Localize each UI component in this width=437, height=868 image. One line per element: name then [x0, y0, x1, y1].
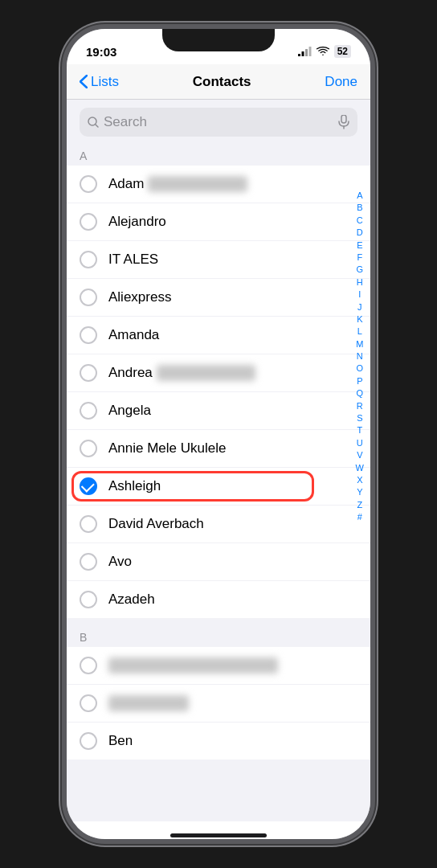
alpha-letter-R[interactable]: R [353, 400, 366, 412]
contact-name-it-ales: IT ALES [108, 252, 357, 268]
section-header-a: A [67, 145, 370, 166]
mic-icon [338, 115, 349, 129]
section-header-b: B [67, 626, 370, 647]
alpha-index[interactable]: ABCDEFGHIJKLMNOPQRSTUVWXYZ# [353, 190, 367, 524]
alpha-letter-F[interactable]: F [353, 252, 366, 264]
section-gap-b [67, 618, 370, 626]
contact-radio-azadeh[interactable] [80, 591, 97, 608]
contact-radio-annie[interactable] [80, 440, 97, 457]
alpha-letter-I[interactable]: I [355, 289, 364, 301]
contact-radio-b-blurred1[interactable] [80, 657, 97, 674]
alpha-letter-X[interactable]: X [353, 474, 366, 486]
contact-name-azadeh: Azadeh [108, 592, 357, 608]
contact-radio-angela[interactable] [80, 402, 97, 420]
alpha-letter-K[interactable]: K [353, 313, 366, 326]
home-bar [170, 833, 267, 837]
battery-indicator: 52 [334, 45, 351, 58]
blurred-name-b2: BlurredName [108, 695, 189, 711]
alpha-letter-N[interactable]: N [353, 350, 366, 362]
alpha-letter-C[interactable]: C [353, 215, 366, 227]
contact-item-amanda[interactable]: Amanda [67, 317, 370, 354]
screen-content: Search A Adam Blurredlastname [67, 100, 370, 821]
alpha-letter-U[interactable]: U [353, 437, 366, 449]
contact-item-it-ales[interactable]: IT ALES [67, 241, 370, 279]
contact-item-azadeh[interactable]: Azadeh [67, 581, 370, 618]
contact-list-b: Blurred Contact Name Long BlurredName Be… [67, 647, 370, 760]
alpha-letter-O[interactable]: O [353, 362, 367, 375]
contact-radio-adam[interactable] [80, 175, 97, 193]
contact-radio-b-blurred2[interactable] [80, 694, 97, 712]
contact-item-andrea[interactable]: Andrea Blurredlastname [67, 354, 370, 392]
contact-radio-ashleigh[interactable] [80, 477, 97, 495]
blurred-surname-adam: Blurredlastname [148, 176, 247, 192]
blurred-name-b1: Blurred Contact Name Long [108, 657, 278, 674]
back-button[interactable]: Lists [80, 74, 119, 90]
home-indicator [67, 821, 370, 844]
contact-item-b-blurred2[interactable]: BlurredName [67, 685, 370, 723]
contact-radio-it-ales[interactable] [80, 251, 97, 268]
back-chevron-icon [80, 75, 88, 88]
search-bar[interactable]: Search [80, 108, 357, 137]
contact-name-andrea: Andrea Blurredlastname [108, 365, 357, 381]
alpha-letter-G[interactable]: G [353, 264, 367, 276]
alpha-letter-L[interactable]: L [354, 326, 366, 338]
contact-radio-ben[interactable] [80, 732, 97, 750]
wifi-icon [317, 47, 329, 56]
signal-icon [298, 47, 312, 56]
contact-radio-david-averbach[interactable] [80, 515, 97, 533]
notch [162, 29, 275, 51]
contact-item-ben[interactable]: Ben [67, 723, 370, 760]
contact-name-b-blurred1: Blurred Contact Name Long [108, 657, 357, 674]
alpha-letter-S[interactable]: S [353, 412, 366, 424]
contact-name-annie: Annie Mele Ukulele [108, 440, 357, 457]
contact-radio-amanda[interactable] [80, 326, 97, 344]
alpha-letter-P[interactable]: P [353, 375, 366, 387]
alpha-letter-A[interactable]: A [353, 190, 366, 202]
done-button[interactable]: Done [325, 74, 357, 90]
contact-item-angela[interactable]: Angela [67, 392, 370, 430]
alpha-letter-D[interactable]: D [353, 227, 366, 239]
contact-name-adam: Adam Blurredlastname [108, 176, 357, 192]
back-label: Lists [91, 74, 119, 90]
svg-rect-6 [341, 115, 346, 123]
page-title: Contacts [193, 74, 251, 90]
contact-item-annie[interactable]: Annie Mele Ukulele [67, 430, 370, 468]
contact-item-adam[interactable]: Adam Blurredlastname [67, 166, 370, 203]
alpha-letter-B[interactable]: B [353, 202, 366, 214]
contact-name-alejandro: Alejandro [108, 214, 357, 230]
alpha-letter-M[interactable]: M [353, 338, 366, 350]
contact-name-ashleigh: Ashleigh [108, 478, 357, 494]
contact-item-avo[interactable]: Avo [67, 543, 370, 581]
alpha-letter-J[interactable]: J [354, 301, 366, 313]
contact-name-ben: Ben [108, 733, 357, 749]
contact-name-b-blurred2: BlurredName [108, 695, 357, 711]
contact-item-aliexpress[interactable]: Aliexpress [67, 279, 370, 317]
contact-radio-avo[interactable] [80, 553, 97, 571]
alpha-letter-Z[interactable]: Z [353, 499, 366, 511]
contact-radio-alejandro[interactable] [80, 213, 97, 231]
contact-name-aliexpress: Aliexpress [108, 289, 357, 305]
svg-rect-1 [301, 51, 304, 56]
contact-radio-andrea[interactable] [80, 364, 97, 382]
contact-name-amanda: Amanda [108, 327, 357, 343]
contact-item-b-blurred1[interactable]: Blurred Contact Name Long [67, 647, 370, 685]
alpha-letter-V[interactable]: V [353, 449, 366, 461]
contact-list-a: Adam Blurredlastname Alejandro IT ALES A… [67, 166, 370, 618]
alpha-letter-#[interactable]: # [354, 511, 366, 523]
search-input[interactable]: Search [104, 114, 333, 130]
alpha-letter-E[interactable]: E [353, 240, 366, 252]
contact-name-avo: Avo [108, 554, 357, 570]
contact-item-ashleigh[interactable]: Ashleigh [67, 468, 370, 506]
svg-rect-2 [305, 49, 308, 56]
alpha-letter-H[interactable]: H [353, 276, 366, 289]
alpha-letter-Q[interactable]: Q [353, 387, 367, 399]
status-icons: 52 [298, 45, 351, 58]
contact-item-alejandro[interactable]: Alejandro [67, 203, 370, 241]
alpha-letter-T[interactable]: T [353, 424, 366, 436]
contact-item-david-averbach[interactable]: David Averbach [67, 506, 370, 543]
alpha-letter-W[interactable]: W [353, 462, 367, 474]
svg-rect-0 [298, 54, 300, 56]
contact-radio-aliexpress[interactable] [80, 289, 97, 306]
alpha-letter-Y[interactable]: Y [353, 486, 366, 498]
blurred-surname-andrea: Blurredlastname [157, 365, 256, 381]
